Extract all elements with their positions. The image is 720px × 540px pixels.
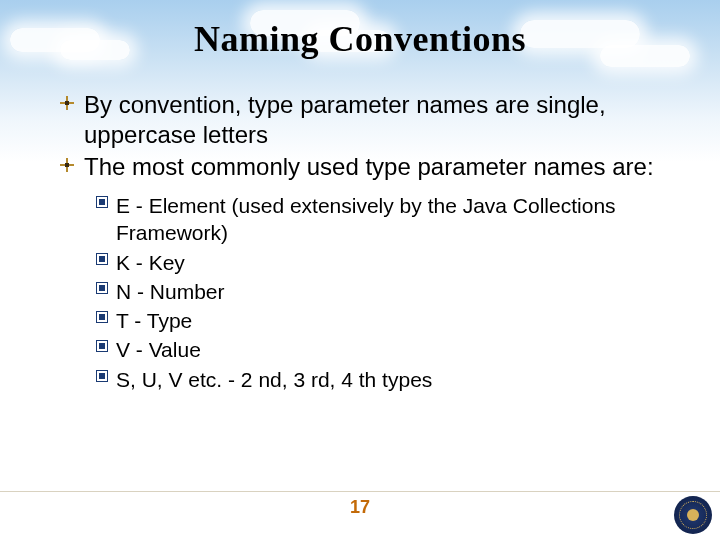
sub-bullet-item: S, U, V etc. - 2 nd, 3 rd, 4 th types — [96, 366, 680, 393]
bullet-icon — [60, 96, 74, 110]
bullet-text: By convention, type parameter names are … — [84, 90, 680, 150]
sub-bullet-item: V - Value — [96, 336, 680, 363]
sub-bullet-item: E - Element (used extensively by the Jav… — [96, 192, 680, 247]
page-number: 17 — [0, 497, 720, 518]
sub-bullet-text: K - Key — [116, 249, 185, 276]
sub-bullet-list: E - Element (used extensively by the Jav… — [96, 192, 680, 393]
sub-bullet-text: S, U, V etc. - 2 nd, 3 rd, 4 th types — [116, 366, 432, 393]
slide: Naming Conventions By convention, type p… — [0, 0, 720, 540]
svg-rect-2 — [65, 101, 69, 105]
sub-bullet-text: T - Type — [116, 307, 192, 334]
svg-rect-7 — [99, 199, 105, 205]
bullet-text: The most commonly used type parameter na… — [84, 152, 654, 182]
sub-bullet-text: N - Number — [116, 278, 225, 305]
sub-bullet-item: T - Type — [96, 307, 680, 334]
square-bullet-icon — [96, 253, 108, 265]
svg-rect-17 — [99, 373, 105, 379]
sub-bullet-text: V - Value — [116, 336, 201, 363]
sub-bullet-text: E - Element (used extensively by the Jav… — [116, 192, 680, 247]
svg-rect-11 — [99, 285, 105, 291]
slide-title: Naming Conventions — [0, 18, 720, 60]
svg-rect-9 — [99, 256, 105, 262]
square-bullet-icon — [96, 370, 108, 382]
square-bullet-icon — [96, 196, 108, 208]
square-bullet-icon — [96, 340, 108, 352]
footer-divider — [0, 491, 720, 492]
institution-logo — [674, 496, 712, 534]
bullet-icon — [60, 158, 74, 172]
svg-rect-5 — [65, 163, 69, 167]
svg-rect-15 — [99, 343, 105, 349]
bullet-item: By convention, type parameter names are … — [60, 90, 680, 150]
svg-rect-13 — [99, 314, 105, 320]
square-bullet-icon — [96, 311, 108, 323]
sub-bullet-item: K - Key — [96, 249, 680, 276]
bullet-item: The most commonly used type parameter na… — [60, 152, 680, 182]
content-area: By convention, type parameter names are … — [60, 90, 680, 395]
sub-bullet-item: N - Number — [96, 278, 680, 305]
square-bullet-icon — [96, 282, 108, 294]
